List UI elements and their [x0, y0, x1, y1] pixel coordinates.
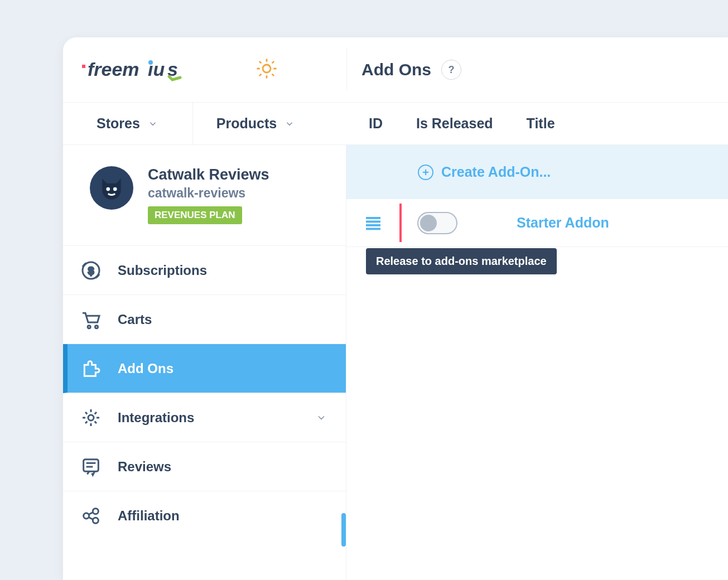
brand-logo[interactable]: freem ıu s	[82, 57, 182, 83]
svg-line-28	[89, 518, 93, 520]
addon-title-link[interactable]: Starter Addon	[517, 215, 609, 231]
subscriptions-icon: $	[80, 259, 102, 282]
reviews-icon	[80, 456, 102, 478]
chevron-down-icon	[316, 412, 327, 423]
svg-rect-0	[82, 65, 85, 68]
toggle-knob	[420, 215, 437, 231]
tooltip-text: Release to add-ons marketplace	[376, 255, 547, 267]
body: Catwalk Reviews catwalk-reviews REVENUES…	[63, 145, 728, 580]
product-meta: Catwalk Reviews catwalk-reviews REVENUES…	[148, 166, 269, 224]
svg-line-10	[259, 61, 262, 64]
products-dropdown[interactable]: Products	[216, 103, 329, 144]
svg-line-27	[89, 512, 93, 514]
help-icon: ?	[449, 64, 455, 76]
svg-point-5	[263, 65, 271, 72]
sidebar-item-label: Add Ons	[118, 361, 173, 376]
col-header-id: ID	[369, 115, 383, 132]
col-header-released: Is Released	[416, 115, 493, 132]
svg-text:freem: freem	[88, 59, 139, 80]
sidebar-item-label: Carts	[118, 312, 152, 327]
subnav: Stores Products ID Is Released Title	[63, 103, 728, 145]
header-right: Add Ons ?	[346, 49, 728, 91]
stores-label: Stores	[97, 115, 140, 132]
release-toggle[interactable]	[417, 212, 457, 234]
products-label: Products	[216, 115, 277, 132]
svg-point-26	[93, 518, 98, 523]
sidebar-item-label: Affiliation	[118, 508, 180, 524]
header: freem ıu s Add Ons ?	[63, 37, 728, 103]
chevron-down-icon	[285, 119, 295, 129]
sidebar-scrollbar-thumb[interactable]	[341, 513, 346, 547]
sidebar-item-label: Subscriptions	[118, 263, 207, 278]
sidebar-item-label: Reviews	[118, 459, 171, 475]
svg-point-24	[84, 513, 89, 519]
plus-circle-icon: +	[418, 165, 433, 180]
product-slug: catwalk-reviews	[148, 186, 269, 201]
product-avatar[interactable]	[90, 166, 133, 210]
svg-point-20	[88, 415, 94, 420]
svg-line-12	[259, 74, 262, 76]
svg-point-25	[93, 509, 98, 514]
sidebar-item-label: Integrations	[118, 410, 194, 426]
table-header: ID Is Released Title	[346, 103, 728, 144]
stores-dropdown[interactable]: Stores	[97, 103, 193, 144]
subnav-left: Stores Products	[63, 103, 346, 144]
cart-icon	[80, 308, 102, 331]
create-addon-row[interactable]: + Create Add-On...	[346, 145, 728, 199]
sidebar-item-integrations[interactable]: Integrations	[63, 393, 346, 442]
svg-point-15	[113, 187, 117, 191]
sidebar-item-reviews[interactable]: Reviews	[63, 442, 346, 491]
chevron-down-icon	[148, 119, 158, 129]
page-title: Add Ons	[361, 60, 431, 79]
app-window: freem ıu s Add Ons ?	[63, 37, 728, 580]
release-cell	[399, 212, 517, 234]
svg-line-13	[272, 61, 274, 64]
sidebar-item-affiliation[interactable]: Affiliation	[63, 491, 346, 540]
sidebar-nav: $ Subscriptions Carts Add Ons Integratio…	[63, 246, 346, 540]
unreleased-indicator	[399, 204, 402, 242]
gear-icon	[80, 407, 102, 429]
drag-lines-icon	[364, 216, 382, 230]
drag-handle[interactable]	[346, 216, 399, 230]
sidebar-item-subscriptions[interactable]: $ Subscriptions	[63, 246, 346, 295]
svg-rect-21	[84, 459, 99, 471]
create-addon-label: Create Add-On...	[441, 164, 551, 180]
puzzle-icon	[80, 357, 102, 380]
col-header-title: Title	[527, 115, 555, 132]
header-left: freem ıu s	[63, 37, 346, 102]
release-tooltip: Release to add-ons marketplace	[366, 248, 557, 274]
sidebar-item-carts[interactable]: Carts	[63, 295, 346, 344]
svg-point-19	[95, 325, 98, 328]
sidebar-item-addons[interactable]: Add Ons	[63, 344, 346, 393]
plan-badge: REVENUES PLAN	[148, 206, 242, 224]
svg-text:ıu: ıu	[148, 59, 165, 80]
content: + Create Add-On...	[346, 145, 728, 580]
help-button[interactable]: ?	[441, 60, 461, 80]
product-card: Catwalk Reviews catwalk-reviews REVENUES…	[63, 145, 346, 246]
product-title: Catwalk Reviews	[148, 166, 269, 183]
addon-row: Starter Addon Release to add-ons marketp…	[346, 199, 728, 247]
svg-text:$: $	[88, 264, 94, 276]
svg-line-11	[272, 74, 274, 76]
sidebar: Catwalk Reviews catwalk-reviews REVENUES…	[63, 145, 346, 580]
svg-point-14	[106, 187, 110, 191]
theme-toggle-sun-icon[interactable]	[255, 57, 278, 83]
affiliation-icon	[80, 505, 102, 527]
svg-point-18	[88, 325, 90, 328]
